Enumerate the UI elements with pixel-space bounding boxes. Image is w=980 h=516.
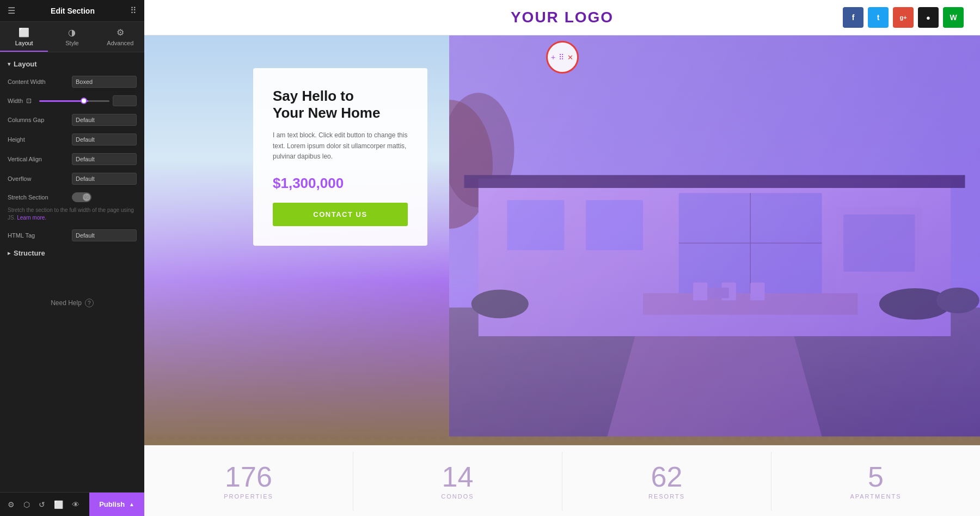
height-row: Height Default Fit To Screen Min Height xyxy=(8,133,137,145)
tab-layout[interactable]: ⬜ Layout xyxy=(0,22,48,52)
need-help-label: Need Help xyxy=(51,299,82,307)
layout-section-header[interactable]: ▾ Layout xyxy=(8,60,137,68)
stat-condos-number: 14 xyxy=(442,463,474,491)
main-area: YOUR LOGO f t g+ ● W xyxy=(144,0,980,516)
publish-label: Publish xyxy=(99,500,125,508)
width-text: Width xyxy=(8,98,23,104)
columns-gap-label: Columns Gap xyxy=(8,117,68,123)
wordpress-button[interactable]: W xyxy=(943,7,964,28)
advanced-tab-label: Advanced xyxy=(107,40,133,46)
house-illustration xyxy=(449,35,980,436)
html-tag-row: HTML Tag Default header footer main sect… xyxy=(8,229,137,241)
hamburger-icon[interactable]: ☰ xyxy=(8,5,15,16)
hero-card-body: I am text block. Click edit button to ch… xyxy=(273,130,408,162)
html-tag-label: HTML Tag xyxy=(8,232,68,239)
logo-your: YOUR xyxy=(511,9,559,26)
layout-tab-label: Layout xyxy=(15,40,33,46)
overflow-label: Overflow xyxy=(8,175,68,182)
width-number-input[interactable]: 980 xyxy=(113,95,137,106)
stat-condos-label: CONDOS xyxy=(441,493,474,500)
stretch-section-row: Stretch Section No xyxy=(8,192,137,202)
contact-us-button[interactable]: CONTACT US xyxy=(273,203,408,226)
instagram-button[interactable]: ● xyxy=(918,7,939,28)
stats-section: 176 PROPERTIES 14 CONDOS 62 RESORTS 5 AP… xyxy=(144,445,980,516)
stat-condos: 14 CONDOS xyxy=(353,452,562,511)
publish-chevron-icon: ▲ xyxy=(129,501,134,507)
google-plus-button[interactable]: g+ xyxy=(893,7,914,28)
stat-resorts-label: RESORTS xyxy=(648,493,685,500)
stat-apartments-label: APARTMENTS xyxy=(850,493,901,500)
stretch-toggle[interactable]: No xyxy=(72,192,91,202)
height-label: Height xyxy=(8,136,68,143)
advanced-tab-icon: ⚙ xyxy=(117,27,124,38)
close-icon[interactable]: ✕ xyxy=(567,53,573,62)
hero-card-title: Say Hello to Your New Home xyxy=(273,88,408,122)
content-width-row: Content Width Boxed Full Width xyxy=(8,76,137,88)
content-width-select[interactable]: Boxed Full Width xyxy=(72,76,137,88)
columns-gap-row: Columns Gap Default No Gap xyxy=(8,114,137,126)
stat-apartments-number: 5 xyxy=(868,463,884,491)
stretch-description: Stretch the section to the full width of… xyxy=(8,207,137,222)
width-row: Width ⊡ 980 xyxy=(8,95,137,106)
style-tab-icon: ◑ xyxy=(68,27,76,38)
stat-resorts-number: 62 xyxy=(651,463,683,491)
responsive-icon[interactable]: ⬜ xyxy=(54,500,63,509)
publish-button[interactable]: Publish ▲ xyxy=(89,493,144,517)
hero-card-price: $1,300,000 xyxy=(273,175,408,192)
width-icon: ⊡ xyxy=(26,97,32,105)
float-action-circle[interactable]: + ⠿ ✕ xyxy=(546,41,579,74)
left-panel: ☰ Edit Section ⠿ ⬜ Layout ◑ Style ⚙ Adva… xyxy=(0,0,144,516)
structure-section: ▸ Structure xyxy=(8,249,137,257)
structure-header[interactable]: ▸ Structure xyxy=(8,249,137,257)
panel-header: ☰ Edit Section ⠿ xyxy=(0,0,144,22)
overflow-select[interactable]: Default Hidden xyxy=(72,173,137,185)
vertical-align-row: Vertical Align Default Top Middle Bottom xyxy=(8,153,137,165)
stretch-section-label: Stretch Section xyxy=(8,194,68,201)
structure-arrow-icon: ▸ xyxy=(8,250,10,256)
float-action-bar: + ⠿ ✕ xyxy=(546,41,579,74)
height-select[interactable]: Default Fit To Screen Min Height xyxy=(72,133,137,145)
tab-advanced[interactable]: ⚙ Advanced xyxy=(96,22,144,52)
stat-properties-number: 176 xyxy=(225,463,272,491)
stat-resorts: 62 RESORTS xyxy=(562,452,771,511)
structure-label: Structure xyxy=(14,249,45,257)
facebook-button[interactable]: f xyxy=(843,7,863,28)
vertical-align-label: Vertical Align xyxy=(8,156,68,162)
move-icon: ⠿ xyxy=(559,53,564,62)
hero-card: Say Hello to Your New Home I am text blo… xyxy=(253,68,427,246)
add-icon: + xyxy=(551,53,555,62)
width-label: Width ⊡ xyxy=(8,97,39,105)
width-slider-container: 980 xyxy=(39,95,137,106)
history-icon[interactable]: ↺ xyxy=(39,500,45,509)
layout-tab-icon: ⬜ xyxy=(19,27,29,38)
grid-icon[interactable]: ⠿ xyxy=(130,5,137,16)
vertical-align-select[interactable]: Default Top Middle Bottom xyxy=(72,153,137,165)
logo: YOUR LOGO xyxy=(511,9,614,26)
stat-properties: 176 PROPERTIES xyxy=(144,452,353,511)
stat-apartments: 5 APARTMENTS xyxy=(771,452,980,511)
html-tag-select[interactable]: Default header footer main section artic… xyxy=(72,229,137,241)
panel-tabs: ⬜ Layout ◑ Style ⚙ Advanced xyxy=(0,22,144,52)
bottom-bar-icons: ⚙ ⬡ ↺ ⬜ 👁 xyxy=(0,500,89,509)
logo-logo: LOGO xyxy=(565,9,614,26)
help-icon[interactable]: ? xyxy=(85,299,94,307)
top-nav: YOUR LOGO f t g+ ● W xyxy=(144,0,980,35)
social-icons: f t g+ ● W xyxy=(843,7,964,28)
panel-title: Edit Section xyxy=(51,7,95,15)
purple-overlay xyxy=(449,35,980,436)
content-width-label: Content Width xyxy=(8,78,68,85)
layout-arrow-icon: ▾ xyxy=(8,61,10,67)
toggle-no-label: No xyxy=(82,194,89,200)
columns-gap-select[interactable]: Default No Gap xyxy=(72,114,137,126)
panel-content: ▾ Layout Content Width Boxed Full Width … xyxy=(0,52,144,516)
width-slider[interactable] xyxy=(39,100,109,102)
hero-section: + ⠿ ✕ Say Hello to Your New Home I am te… xyxy=(144,35,980,445)
need-help-section: Need Help ? xyxy=(8,290,137,316)
twitter-button[interactable]: t xyxy=(868,7,889,28)
layers-icon[interactable]: ⬡ xyxy=(23,500,30,509)
preview-icon[interactable]: 👁 xyxy=(72,500,79,509)
learn-more-link[interactable]: Learn more. xyxy=(17,215,46,221)
layout-section-label: Layout xyxy=(14,60,37,68)
tab-style[interactable]: ◑ Style xyxy=(48,22,96,52)
settings-icon[interactable]: ⚙ xyxy=(8,500,15,509)
